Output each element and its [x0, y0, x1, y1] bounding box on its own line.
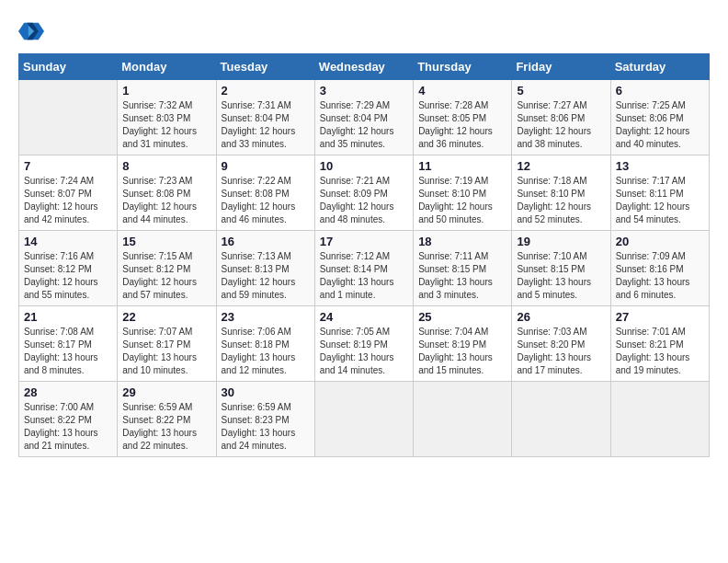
day-info: Sunrise: 7:17 AMSunset: 8:11 PMDaylight:… — [616, 175, 704, 226]
calendar-cell: 26Sunrise: 7:03 AMSunset: 8:20 PMDayligh… — [512, 306, 610, 382]
day-info: Sunrise: 7:18 AMSunset: 8:10 PMDaylight:… — [517, 175, 605, 226]
logo-icon — [18, 18, 44, 44]
day-number: 20 — [616, 235, 704, 248]
day-number: 19 — [517, 235, 605, 248]
calendar-cell: 28Sunrise: 7:00 AMSunset: 8:22 PMDayligh… — [19, 382, 118, 457]
day-number: 7 — [24, 159, 112, 173]
calendar-cell: 29Sunrise: 6:59 AMSunset: 8:22 PMDayligh… — [118, 382, 216, 457]
calendar-cell: 13Sunrise: 7:17 AMSunset: 8:11 PMDayligh… — [610, 155, 709, 231]
day-info: Sunrise: 7:13 AMSunset: 8:13 PMDaylight:… — [222, 250, 310, 302]
day-info: Sunrise: 7:21 AMSunset: 8:09 PMDaylight:… — [320, 175, 408, 226]
day-info: Sunrise: 7:19 AMSunset: 8:10 PMDaylight:… — [418, 175, 506, 226]
calendar-cell: 2Sunrise: 7:31 AMSunset: 8:04 PMDaylight… — [216, 80, 314, 155]
calendar-cell — [512, 382, 610, 457]
day-header-wednesday: Wednesday — [314, 54, 413, 80]
day-info: Sunrise: 7:01 AMSunset: 8:21 PMDaylight:… — [616, 326, 704, 377]
calendar-cell: 27Sunrise: 7:01 AMSunset: 8:21 PMDayligh… — [610, 306, 709, 382]
calendar-cell: 9Sunrise: 7:22 AMSunset: 8:08 PMDaylight… — [216, 155, 314, 231]
day-info: Sunrise: 7:11 AMSunset: 8:15 PMDaylight:… — [418, 250, 506, 302]
calendar-table: SundayMondayTuesdayWednesdayThursdayFrid… — [18, 53, 710, 457]
day-info: Sunrise: 7:00 AMSunset: 8:22 PMDaylight:… — [24, 401, 112, 453]
day-number: 10 — [320, 159, 408, 173]
day-info: Sunrise: 7:10 AMSunset: 8:15 PMDaylight:… — [517, 250, 605, 302]
day-number: 30 — [222, 385, 310, 399]
day-number: 16 — [222, 235, 310, 248]
day-info: Sunrise: 7:28 AMSunset: 8:05 PMDaylight:… — [418, 99, 506, 151]
calendar-week-5: 28Sunrise: 7:00 AMSunset: 8:22 PMDayligh… — [19, 382, 710, 457]
calendar-cell — [610, 382, 709, 457]
day-number: 26 — [517, 310, 605, 324]
day-number: 9 — [222, 159, 310, 173]
day-info: Sunrise: 7:03 AMSunset: 8:20 PMDaylight:… — [517, 326, 605, 377]
calendar-cell: 20Sunrise: 7:09 AMSunset: 8:16 PMDayligh… — [610, 231, 709, 306]
day-header-friday: Friday — [512, 54, 610, 80]
day-info: Sunrise: 7:25 AMSunset: 8:06 PMDaylight:… — [616, 99, 704, 151]
calendar-cell: 30Sunrise: 6:59 AMSunset: 8:23 PMDayligh… — [216, 382, 314, 457]
calendar-cell: 25Sunrise: 7:04 AMSunset: 8:19 PMDayligh… — [414, 306, 512, 382]
day-header-saturday: Saturday — [610, 54, 709, 80]
day-info: Sunrise: 7:07 AMSunset: 8:17 PMDaylight:… — [122, 326, 210, 377]
calendar-cell — [19, 80, 118, 155]
day-number: 28 — [24, 385, 112, 399]
day-number: 23 — [222, 310, 310, 324]
day-number: 14 — [24, 235, 112, 248]
day-info: Sunrise: 7:27 AMSunset: 8:06 PMDaylight:… — [517, 99, 605, 151]
day-info: Sunrise: 7:15 AMSunset: 8:12 PMDaylight:… — [122, 250, 210, 302]
calendar-cell: 15Sunrise: 7:15 AMSunset: 8:12 PMDayligh… — [118, 231, 216, 306]
day-header-thursday: Thursday — [414, 54, 512, 80]
calendar-cell: 12Sunrise: 7:18 AMSunset: 8:10 PMDayligh… — [512, 155, 610, 231]
day-number: 1 — [122, 84, 210, 98]
day-info: Sunrise: 7:32 AMSunset: 8:03 PMDaylight:… — [122, 99, 210, 151]
day-number: 6 — [616, 84, 704, 98]
calendar-cell: 3Sunrise: 7:29 AMSunset: 8:04 PMDaylight… — [314, 80, 413, 155]
calendar-cell: 24Sunrise: 7:05 AMSunset: 8:19 PMDayligh… — [314, 306, 413, 382]
calendar-week-3: 14Sunrise: 7:16 AMSunset: 8:12 PMDayligh… — [19, 231, 710, 306]
day-number: 8 — [122, 159, 210, 173]
calendar-cell: 7Sunrise: 7:24 AMSunset: 8:07 PMDaylight… — [19, 155, 118, 231]
day-number: 22 — [122, 310, 210, 324]
day-info: Sunrise: 6:59 AMSunset: 8:23 PMDaylight:… — [222, 401, 310, 453]
day-number: 3 — [320, 84, 408, 98]
day-info: Sunrise: 7:24 AMSunset: 8:07 PMDaylight:… — [24, 175, 112, 226]
day-info: Sunrise: 7:04 AMSunset: 8:19 PMDaylight:… — [418, 326, 506, 377]
day-info: Sunrise: 6:59 AMSunset: 8:22 PMDaylight:… — [122, 401, 210, 453]
calendar-cell — [314, 382, 413, 457]
calendar-week-1: 1Sunrise: 7:32 AMSunset: 8:03 PMDaylight… — [19, 80, 710, 155]
calendar-cell: 8Sunrise: 7:23 AMSunset: 8:08 PMDaylight… — [118, 155, 216, 231]
day-info: Sunrise: 7:29 AMSunset: 8:04 PMDaylight:… — [320, 99, 408, 151]
day-header-monday: Monday — [118, 54, 216, 80]
day-info: Sunrise: 7:23 AMSunset: 8:08 PMDaylight:… — [122, 175, 210, 226]
calendar-week-4: 21Sunrise: 7:08 AMSunset: 8:17 PMDayligh… — [19, 306, 710, 382]
day-number: 5 — [517, 84, 605, 98]
day-number: 18 — [418, 235, 506, 248]
calendar-cell: 1Sunrise: 7:32 AMSunset: 8:03 PMDaylight… — [118, 80, 216, 155]
calendar-cell: 23Sunrise: 7:06 AMSunset: 8:18 PMDayligh… — [216, 306, 314, 382]
day-number: 13 — [616, 159, 704, 173]
day-number: 2 — [222, 84, 310, 98]
calendar-cell: 17Sunrise: 7:12 AMSunset: 8:14 PMDayligh… — [314, 231, 413, 306]
day-number: 15 — [122, 235, 210, 248]
calendar-cell: 18Sunrise: 7:11 AMSunset: 8:15 PMDayligh… — [414, 231, 512, 306]
day-number: 21 — [24, 310, 112, 324]
calendar-week-2: 7Sunrise: 7:24 AMSunset: 8:07 PMDaylight… — [19, 155, 710, 231]
day-info: Sunrise: 7:09 AMSunset: 8:16 PMDaylight:… — [616, 250, 704, 302]
calendar-cell: 5Sunrise: 7:27 AMSunset: 8:06 PMDaylight… — [512, 80, 610, 155]
day-number: 17 — [320, 235, 408, 248]
day-info: Sunrise: 7:31 AMSunset: 8:04 PMDaylight:… — [222, 99, 310, 151]
calendar-cell: 10Sunrise: 7:21 AMSunset: 8:09 PMDayligh… — [314, 155, 413, 231]
day-number: 12 — [517, 159, 605, 173]
page-header — [18, 18, 710, 44]
day-info: Sunrise: 7:08 AMSunset: 8:17 PMDaylight:… — [24, 326, 112, 377]
day-header-tuesday: Tuesday — [216, 54, 314, 80]
calendar-cell: 21Sunrise: 7:08 AMSunset: 8:17 PMDayligh… — [19, 306, 118, 382]
calendar-cell: 4Sunrise: 7:28 AMSunset: 8:05 PMDaylight… — [414, 80, 512, 155]
day-info: Sunrise: 7:12 AMSunset: 8:14 PMDaylight:… — [320, 250, 408, 302]
calendar-header-row: SundayMondayTuesdayWednesdayThursdayFrid… — [19, 54, 710, 80]
day-number: 11 — [418, 159, 506, 173]
day-number: 4 — [418, 84, 506, 98]
calendar-cell: 19Sunrise: 7:10 AMSunset: 8:15 PMDayligh… — [512, 231, 610, 306]
calendar-cell: 16Sunrise: 7:13 AMSunset: 8:13 PMDayligh… — [216, 231, 314, 306]
day-info: Sunrise: 7:06 AMSunset: 8:18 PMDaylight:… — [222, 326, 310, 377]
day-info: Sunrise: 7:22 AMSunset: 8:08 PMDaylight:… — [222, 175, 310, 226]
calendar-cell: 11Sunrise: 7:19 AMSunset: 8:10 PMDayligh… — [414, 155, 512, 231]
